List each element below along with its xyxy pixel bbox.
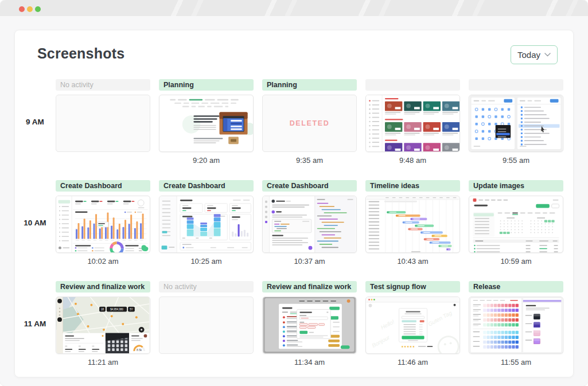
app-window: Screenshots Today 9 AMNo activityPlannin… [0,0,588,386]
thumb-art-empty [159,297,253,353]
activity-label: Release [469,281,563,293]
screenshot-time: 9:48 am [365,156,460,165]
thumb-art-designtool [469,95,563,151]
hour-label: 10 AM [18,219,52,227]
screenshot-thumbnail[interactable] [159,95,254,152]
thumb-art-events [366,95,460,151]
window-titlebar [0,0,588,16]
screenshot-time: 9:20 am [159,156,254,165]
svg-text:5Y: 5Y [130,308,133,311]
screenshot-thumbnail[interactable] [469,95,563,152]
screenshot-thumbnail[interactable] [56,95,150,152]
svg-text:★: ★ [412,345,415,348]
activity-label: Review and finalize work [262,281,357,293]
activity-label: Planning [262,79,357,91]
screenshot-thumbnail[interactable] [365,95,460,152]
screenshot-thumbnail[interactable] [469,196,563,253]
hour-label: 11 AM [18,319,52,328]
screenshot-thumbnail[interactable] [469,297,563,354]
activity-label: Update images [469,180,563,192]
window-close-button[interactable] [19,6,25,12]
screenshot-time: 11:55 am [469,358,563,366]
screenshot-time: 10:43 am [365,257,460,266]
activity-label: Review and finalize work [56,281,150,293]
screenshot-time: 10:59 am [469,257,563,266]
screenshot-thumbnail[interactable]: Hello!BonjourGuten Tag★★★★★ [365,297,460,354]
screenshot-thumbnail[interactable]: 18$4,954,3805Y8.5k [56,297,150,354]
thumb-art-dashfunnel [159,196,253,252]
activity-label: No activity [56,79,150,91]
screenshot-time: 11:46 am [365,358,460,366]
screenshot-thumbnail[interactable] [262,196,357,253]
activity-label: Planning [159,79,254,91]
window-zoom-button[interactable] [35,6,41,12]
activity-label: Create Dashboard [56,180,150,192]
screenshot-thumbnail[interactable] [56,196,150,253]
svg-text:Guten Tag: Guten Tag [427,309,453,327]
activity-label: Create Dashboard [262,180,357,192]
thumb-art-dashbars [56,196,150,252]
deleted-overlay-text: DELETED [263,95,356,151]
thumb-art-report [469,196,563,252]
thumb-art-empty [56,95,150,151]
screenshot-thumbnail[interactable] [159,297,254,354]
svg-text:Hello!: Hello! [380,318,396,331]
page-background: Screenshots Today 9 AMNo activityPlannin… [0,16,588,386]
activity-label: Test signup flow [365,281,460,293]
screenshot-time: 10:02 am [56,257,150,266]
thumb-art-map: 18$4,954,3805Y8.5k [56,297,150,353]
svg-text:$4,954,380: $4,954,380 [110,308,123,311]
screenshot-thumbnail[interactable] [262,297,357,354]
screenshot-time: 11:34 am [262,358,357,366]
window-minimize-button[interactable] [27,6,33,12]
screenshot-time: 10:25 am [159,257,254,266]
screenshot-thumbnail[interactable] [159,196,254,253]
screenshot-time: 9:55 am [469,156,563,165]
svg-text:18: 18 [101,308,104,311]
thumb-art-aichat [263,196,356,252]
screenshots-grid: 9 AMNo activityPlanning9:20 amPlanningDE… [15,30,573,377]
svg-text:8.5k: 8.5k [137,349,142,352]
thumb-art-signup: Hello!BonjourGuten Tag★★★★★ [366,297,460,353]
thumb-art-blog [159,95,253,151]
activity-label [469,79,563,91]
thumb-art-gantt [366,196,460,252]
activity-label [365,79,460,91]
screenshot-time: 10:37 am [262,257,357,266]
hour-label: 9 AM [18,118,52,126]
activity-label: Create Dashboard [159,180,254,192]
thumb-art-settings [263,297,356,353]
activity-label: No activity [159,281,254,293]
titlebar-decoration [149,0,588,16]
screenshot-time: 9:35 am [262,156,357,165]
activity-label: Timeline ideas [365,180,460,192]
thumb-art-palette [469,297,563,353]
screenshot-thumbnail[interactable] [365,196,460,253]
screenshot-time: 11:21 am [56,358,150,366]
screenshot-thumbnail[interactable]: DELETED [262,95,357,152]
svg-text:Bonjour: Bonjour [371,334,391,349]
screenshots-panel: Screenshots Today 9 AMNo activityPlannin… [14,30,574,377]
